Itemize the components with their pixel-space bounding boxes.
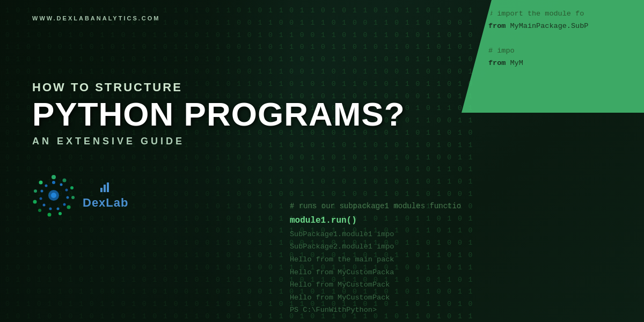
svg-point-15 [63,203,66,206]
svg-point-12 [60,184,63,186]
website-url: WWW.DEXLABANALYTICS.COM [32,15,644,21]
logo-area: DexLab [32,174,644,217]
svg-point-0 [52,175,56,179]
svg-point-4 [67,206,71,209]
svg-point-13 [65,189,68,192]
logo-text: DexLab [83,196,128,210]
svg-point-3 [71,196,75,199]
svg-point-5 [58,212,62,215]
svg-point-8 [33,200,37,204]
main-title: PYTHON PROGRAMS? [32,97,644,131]
svg-point-11 [52,181,55,184]
svg-point-14 [67,196,69,199]
logo-text-area: DexLab [83,181,128,210]
svg-point-19 [40,197,42,200]
subtitle-guide: AN EXTENSIVE GUIDE [32,136,644,147]
title-section: HOW TO STRUCTURE PYTHON PROGRAMS? AN EXT… [32,80,644,147]
svg-point-18 [43,204,46,207]
main-content: WWW.DEXLABANALYTICS.COM HOW TO STRUCTURE… [0,0,644,322]
svg-point-10 [39,181,43,185]
logo-bar-icon [99,181,112,195]
subtitle-how: HOW TO STRUCTURE [32,80,644,94]
svg-rect-25 [104,185,106,192]
svg-rect-24 [100,188,103,192]
svg-point-17 [49,208,52,210]
svg-point-2 [70,186,74,189]
svg-point-7 [38,209,41,212]
svg-point-23 [51,193,56,198]
svg-point-16 [57,208,60,210]
svg-point-20 [41,190,43,193]
svg-point-21 [45,185,48,187]
svg-point-9 [34,189,37,193]
svg-rect-26 [107,182,109,192]
svg-point-1 [63,179,67,182]
dexlab-logo-icon [32,174,75,217]
svg-point-6 [48,213,52,217]
